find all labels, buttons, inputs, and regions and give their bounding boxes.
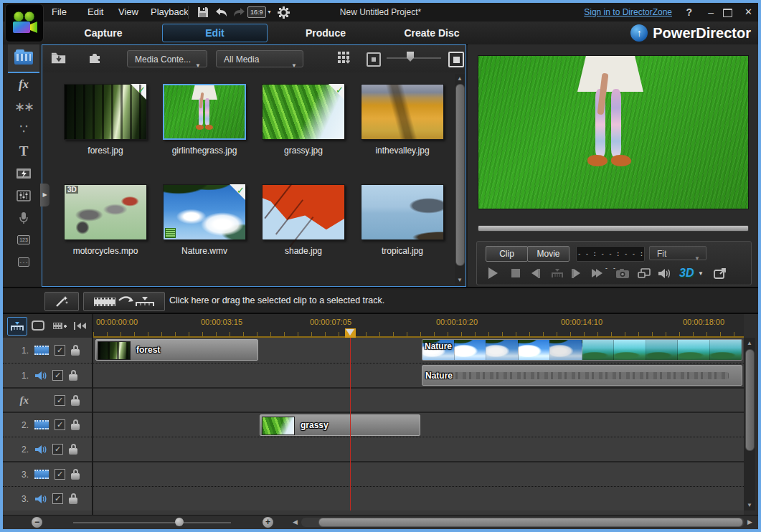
sidebar-item-chapter-room[interactable]: 123 [8,229,39,251]
menu-view[interactable]: View [114,3,143,22]
sidebar-item-subtitle-room[interactable]: - - - [8,251,39,273]
track-enable-checkbox[interactable]: ✓ [52,370,63,381]
timeline-clip-nature-audio[interactable]: Nature [422,365,742,386]
tab-create-disc[interactable]: Create Disc [382,22,482,44]
media-type-filter-dropdown[interactable]: All Media▼ [216,50,303,67]
track-header-video-2[interactable]: 2. ✓ [3,412,92,437]
timeline-clip-nature-video[interactable]: Nature [422,339,742,361]
timeline-scrollbar-vertical[interactable]: ▲ ▼ [744,338,755,510]
track-video-1[interactable]: forest Nature [93,338,744,363]
plugin-puzzle-icon[interactable] [87,51,103,65]
track-manager-button[interactable] [50,317,69,334]
3d-toggle-button[interactable]: 3D [679,265,694,282]
scroll-left-icon[interactable]: ◀ [293,518,298,526]
maximize-button[interactable] [723,9,732,17]
track-video-3[interactable] [93,461,744,486]
redo-icon[interactable] [231,5,247,19]
tab-produce[interactable]: Produce [275,22,376,44]
track-header-video-3[interactable]: 3. ✓ [3,461,92,486]
sidebar-item-voiceover-room[interactable] [8,206,39,229]
sort-view-icon[interactable] [336,51,352,65]
sidebar-item-transition-room[interactable] [8,162,39,184]
track-enable-checkbox[interactable]: ✓ [52,444,63,455]
track-audio-1[interactable]: Nature [93,363,744,387]
track-enable-checkbox[interactable]: ✓ [55,345,65,356]
track-effect[interactable] [93,387,744,412]
save-icon[interactable] [195,5,211,19]
timeline-clip-grassy[interactable]: grassy [260,414,420,436]
library-scrollbar-thumb[interactable] [455,84,465,266]
3d-caret-icon[interactable]: ▼ [698,265,704,282]
thumbnail-size-large-icon[interactable] [448,52,464,67]
settings-gear-icon[interactable] [275,5,291,19]
movie-mode-button[interactable]: Movie [527,246,569,262]
aspect-ratio-selector[interactable]: 16:9 [247,6,266,18]
track-lock-icon[interactable] [71,349,80,356]
thumbnail-size-small-icon[interactable] [367,52,381,67]
snap-align-button[interactable] [70,317,89,334]
aspect-caret-icon[interactable]: ▼ [267,9,272,14]
sidebar-item-audio-mixing-room[interactable] [8,184,39,206]
media-item-girlinthegrass[interactable]: girlinthegrass.jpg [163,84,246,140]
content-filter-dropdown[interactable]: Media Conte...▼ [127,50,207,67]
track-enable-checkbox[interactable]: ✓ [55,395,65,406]
track-header-audio-1[interactable]: 1. ✓ [3,363,92,387]
track-lock-icon[interactable] [71,399,80,406]
scroll-right-icon[interactable]: ▶ [747,518,752,526]
step-marker-button[interactable] [552,265,563,282]
sidebar-item-effect-room[interactable]: fx [8,73,39,95]
track-enable-checkbox[interactable]: ✓ [55,419,65,430]
menu-file[interactable]: File [47,3,71,22]
timeline-scrollbar-thumb[interactable] [745,349,755,451]
storyboard-view-button[interactable] [29,317,47,334]
track-video-2[interactable]: grassy [93,412,744,437]
media-thumbnail[interactable] [361,84,444,140]
magic-wand-button[interactable] [44,292,79,311]
track-header-video-1[interactable]: 1. ✓ [3,338,92,363]
track-lock-icon[interactable] [69,498,77,504]
zoom-slider-handle[interactable] [175,518,184,526]
sidebar-item-media-room[interactable] [8,44,39,73]
play-button[interactable] [488,265,498,282]
track-enable-checkbox[interactable]: ✓ [52,493,63,504]
import-media-icon[interactable] [51,51,67,65]
timeline-clip-forest[interactable]: forest [95,339,258,361]
previous-frame-button[interactable] [531,265,540,282]
library-scrollbar[interactable]: ▲ ▼ [455,74,465,285]
scroll-up-icon[interactable]: ▲ [744,340,755,346]
sidebar-item-title-room[interactable]: T [8,140,39,162]
minimize-button[interactable]: – [708,3,714,22]
track-lock-icon[interactable] [69,448,77,455]
media-thumbnail-selected[interactable] [163,84,246,140]
preview-video-area[interactable] [478,55,749,209]
zoom-fit-dropdown[interactable]: Fit▼ [649,246,706,260]
undock-preview-icon[interactable] [714,265,727,282]
scroll-down-icon[interactable]: ▼ [455,277,465,283]
zoom-slider-track[interactable] [73,522,231,523]
media-thumbnail[interactable] [262,184,345,240]
media-thumbnail[interactable]: ✓ [163,184,246,240]
undo-icon[interactable] [214,5,230,19]
close-button[interactable]: ✕ [745,3,752,22]
playhead-marker[interactable] [345,328,356,338]
track-audio-3[interactable] [93,486,744,510]
preview-seek-bar[interactable] [478,225,749,232]
panel-expand-tab[interactable]: ▶ [40,184,49,206]
timeline-ruler[interactable]: 00:00:00:00 00:00:03:15 00:00:07:05 00:0… [93,314,744,338]
track-audio-2[interactable] [93,437,744,461]
thumbnail-size-slider-track[interactable] [387,57,441,59]
clip-mode-button[interactable]: Clip [486,246,528,262]
media-thumbnail[interactable]: 3D [64,184,147,240]
timeline-view-button[interactable] [7,317,27,336]
playhead-line[interactable] [350,338,351,510]
track-lock-icon[interactable] [71,424,80,430]
dual-preview-icon[interactable] [638,265,651,282]
media-thumbnail[interactable] [361,184,444,240]
fast-forward-button[interactable] [592,265,602,282]
volume-speaker-icon[interactable] [658,265,671,282]
signin-directorzone-link[interactable]: Sign in to DirectorZone [584,3,672,22]
sidebar-item-pip-objects-room[interactable]: ∗∗ [8,95,39,118]
track-header-audio-2[interactable]: 2. ✓ [3,437,92,461]
media-thumbnail[interactable]: ✓ [262,84,345,140]
media-thumbnail[interactable]: ✓ [64,84,147,140]
